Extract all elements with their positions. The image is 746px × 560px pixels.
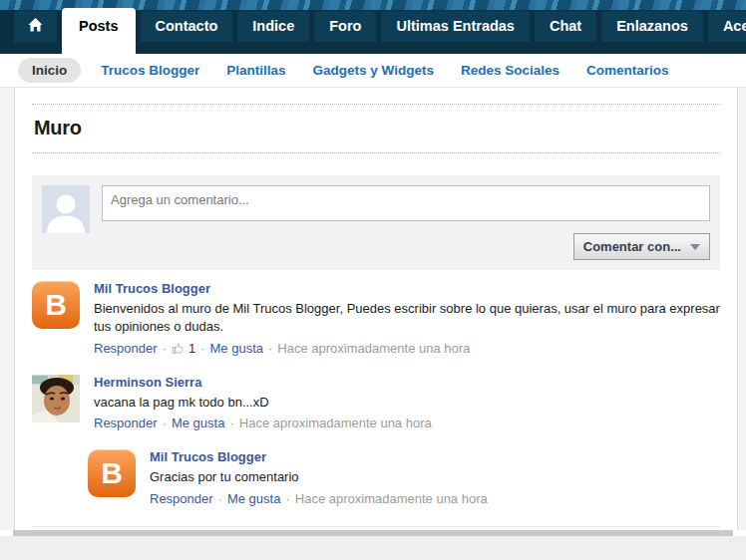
comment-body: Herminson Sierra vacana la pag mk todo b… xyxy=(94,375,432,430)
separator-dot: · xyxy=(268,341,272,356)
reply-link[interactable]: Responder xyxy=(94,416,158,430)
tab-foro[interactable]: Foro xyxy=(314,11,376,42)
thumbs-up-icon xyxy=(172,342,185,355)
separator-dot: · xyxy=(229,416,233,430)
main-nav: Posts Contacto Indice Foro Ultimas Entra… xyxy=(0,0,746,54)
tab-acerca-de[interactable]: Acerca De xyxy=(708,11,746,42)
subnav-item-comentarios[interactable]: Comentarios xyxy=(579,58,676,83)
tab-posts[interactable]: Posts xyxy=(62,8,136,54)
separator-dot: · xyxy=(163,416,167,430)
tab-enlazanos[interactable]: Enlazanos xyxy=(601,11,703,42)
avatar-blogger-logo[interactable]: B xyxy=(88,449,136,497)
page-title: Muro xyxy=(34,117,718,140)
default-avatar xyxy=(42,185,90,233)
chevron-down-icon xyxy=(690,244,700,250)
post-content: Muro Comentar con... xyxy=(14,88,738,530)
comment-actions: Responder · Me gusta · Hace aproximadame… xyxy=(150,491,488,506)
comment-timestamp: Hace aproximadamente una hora xyxy=(277,341,470,356)
separator-dot: · xyxy=(163,341,167,356)
comment-author-link[interactable]: Mil Trucos Blogger xyxy=(94,281,210,296)
subnav-item-plantillas[interactable]: Plantillas xyxy=(219,58,292,83)
comment-actions: Responder · Me gusta · Hace aproximadame… xyxy=(94,416,432,430)
main-nav-tabs: Posts Contacto Indice Foro Ultimas Entra… xyxy=(0,0,746,54)
secondary-nav: Inicio Trucos Blogger Plantillas Gadgets… xyxy=(0,54,746,88)
avatar-blogger-logo[interactable]: B xyxy=(32,281,80,329)
comment-row: B Mil Trucos Blogger Bienvenidos al muro… xyxy=(32,270,720,364)
comment-body: Mil Trucos Blogger Bienvenidos al muro d… xyxy=(94,281,720,356)
like-count: 1 xyxy=(172,341,195,356)
reply-link[interactable]: Responder xyxy=(94,341,158,356)
subnav-item-gadgets-y-widgets[interactable]: Gadgets y Widgets xyxy=(306,58,441,83)
facebook-comments-plugin: Comentar con... B Mil Trucos Blogger Bie… xyxy=(32,175,720,530)
post-title-block: Muro xyxy=(32,104,720,153)
tab-home[interactable] xyxy=(14,11,57,43)
separator-dot: · xyxy=(200,341,204,356)
tab-chat[interactable]: Chat xyxy=(535,11,596,42)
like-link[interactable]: Me gusta xyxy=(210,341,263,356)
subnav-item-inicio[interactable]: Inicio xyxy=(18,58,81,83)
comment-input[interactable] xyxy=(102,185,710,221)
comment-form: Comentar con... xyxy=(32,175,720,270)
tab-ultimas-entradas[interactable]: Ultimas Entradas xyxy=(381,11,529,42)
comment-with-button[interactable]: Comentar con... xyxy=(573,233,710,260)
like-link[interactable]: Me gusta xyxy=(172,416,224,430)
content-frame: Muro Comentar con... xyxy=(0,88,746,530)
subnav-item-trucos-blogger[interactable]: Trucos Blogger xyxy=(94,58,206,83)
comment-form-actions: Comentar con... xyxy=(102,233,710,260)
subnav-item-redes-sociales[interactable]: Redes Sociales xyxy=(454,58,566,83)
comment-text: Bienvenidos al muro de Mil Trucos Blogge… xyxy=(94,300,720,337)
comment-row: Herminson Sierra vacana la pag mk todo b… xyxy=(32,364,720,438)
comment-body: Mil Trucos Blogger Gracias por tu coment… xyxy=(150,449,488,505)
tab-contacto[interactable]: Contacto xyxy=(141,11,233,42)
comment-timestamp: Hace aproximadamente una hora xyxy=(295,491,488,506)
page-footer-area xyxy=(0,536,746,560)
home-icon xyxy=(27,17,44,36)
comment-author-link[interactable]: Mil Trucos Blogger xyxy=(150,449,266,464)
reply-link[interactable]: Responder xyxy=(150,491,213,506)
separator-dot: · xyxy=(218,491,222,506)
tab-indice[interactable]: Indice xyxy=(237,11,309,42)
avatar-user-photo[interactable] xyxy=(32,375,80,422)
comment-row-reply: B Mil Trucos Blogger Gracias por tu come… xyxy=(88,438,720,513)
comment-text: Gracias por tu comentario xyxy=(150,468,488,486)
comment-author-link[interactable]: Herminson Sierra xyxy=(94,375,201,390)
like-link[interactable]: Me gusta xyxy=(227,491,280,506)
comment-timestamp: Hace aproximadamente una hora xyxy=(239,416,432,430)
comment-form-main: Comentar con... xyxy=(102,185,710,260)
separator-dot: · xyxy=(285,491,289,506)
comment-text: vacana la pag mk todo bn...xD xyxy=(94,394,432,412)
comment-actions: Responder · 1 · Me gus xyxy=(94,341,720,356)
